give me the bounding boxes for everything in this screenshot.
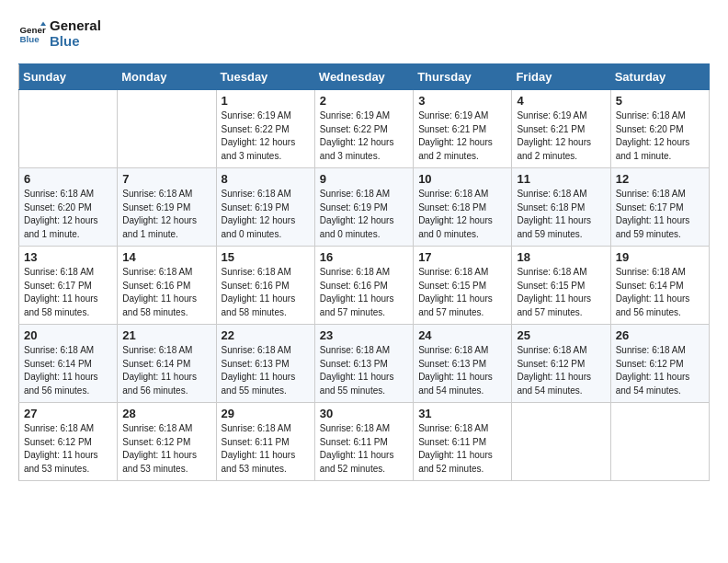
calendar-week-row: 6Sunrise: 6:18 AM Sunset: 6:20 PM Daylig… bbox=[19, 168, 710, 247]
day-number: 1 bbox=[222, 94, 310, 108]
day-details: Sunrise: 6:18 AM Sunset: 6:12 PM Dayligh… bbox=[517, 344, 605, 397]
day-number: 3 bbox=[418, 94, 506, 108]
day-number: 20 bbox=[24, 328, 112, 342]
day-details: Sunrise: 6:19 AM Sunset: 6:22 PM Dayligh… bbox=[222, 109, 310, 163]
calendar-cell: 8Sunrise: 6:18 AM Sunset: 6:19 PM Daylig… bbox=[216, 168, 314, 247]
weekday-header-saturday: Saturday bbox=[610, 64, 709, 90]
calendar-cell: 17Sunrise: 6:18 AM Sunset: 6:15 PM Dayli… bbox=[414, 247, 512, 325]
day-details: Sunrise: 6:18 AM Sunset: 6:18 PM Dayligh… bbox=[418, 188, 506, 241]
day-details: Sunrise: 6:19 AM Sunset: 6:21 PM Dayligh… bbox=[418, 109, 506, 163]
calendar-cell: 24Sunrise: 6:18 AM Sunset: 6:13 PM Dayli… bbox=[414, 325, 512, 403]
calendar-cell: 31Sunrise: 6:18 AM Sunset: 6:11 PM Dayli… bbox=[414, 403, 512, 481]
day-number: 13 bbox=[24, 250, 112, 264]
calendar-cell: 14Sunrise: 6:18 AM Sunset: 6:16 PM Dayli… bbox=[118, 247, 216, 325]
calendar-cell bbox=[610, 403, 709, 481]
calendar-cell: 28Sunrise: 6:18 AM Sunset: 6:12 PM Dayli… bbox=[118, 403, 216, 481]
calendar-cell: 3Sunrise: 6:19 AM Sunset: 6:21 PM Daylig… bbox=[414, 90, 512, 168]
day-number: 11 bbox=[517, 172, 605, 186]
day-details: Sunrise: 6:18 AM Sunset: 6:11 PM Dayligh… bbox=[320, 422, 408, 476]
day-details: Sunrise: 6:18 AM Sunset: 6:11 PM Dayligh… bbox=[222, 422, 310, 476]
day-details: Sunrise: 6:18 AM Sunset: 6:16 PM Dayligh… bbox=[122, 266, 210, 319]
day-number: 10 bbox=[418, 172, 506, 186]
calendar-cell bbox=[512, 403, 610, 481]
calendar-cell: 4Sunrise: 6:19 AM Sunset: 6:21 PM Daylig… bbox=[512, 90, 610, 168]
calendar-cell: 30Sunrise: 6:18 AM Sunset: 6:11 PM Dayli… bbox=[314, 403, 413, 481]
calendar-week-row: 27Sunrise: 6:18 AM Sunset: 6:12 PM Dayli… bbox=[19, 403, 710, 481]
day-number: 2 bbox=[320, 94, 408, 108]
calendar-cell bbox=[118, 90, 216, 168]
calendar-cell: 15Sunrise: 6:18 AM Sunset: 6:16 PM Dayli… bbox=[216, 247, 314, 325]
day-number: 5 bbox=[616, 94, 704, 108]
calendar-header-row: SundayMondayTuesdayWednesdayThursdayFrid… bbox=[19, 64, 710, 90]
day-number: 26 bbox=[616, 328, 704, 342]
calendar-cell: 6Sunrise: 6:18 AM Sunset: 6:20 PM Daylig… bbox=[19, 168, 118, 247]
calendar-cell: 7Sunrise: 6:18 AM Sunset: 6:19 PM Daylig… bbox=[118, 168, 216, 247]
calendar-cell: 27Sunrise: 6:18 AM Sunset: 6:12 PM Dayli… bbox=[19, 403, 118, 481]
day-details: Sunrise: 6:18 AM Sunset: 6:15 PM Dayligh… bbox=[418, 266, 506, 319]
day-details: Sunrise: 6:18 AM Sunset: 6:17 PM Dayligh… bbox=[616, 188, 704, 241]
svg-text:General: General bbox=[20, 24, 47, 34]
day-number: 8 bbox=[222, 172, 310, 186]
calendar-cell: 11Sunrise: 6:18 AM Sunset: 6:18 PM Dayli… bbox=[512, 168, 610, 247]
calendar-cell: 10Sunrise: 6:18 AM Sunset: 6:18 PM Dayli… bbox=[414, 168, 512, 247]
day-number: 30 bbox=[320, 407, 408, 420]
day-details: Sunrise: 6:18 AM Sunset: 6:12 PM Dayligh… bbox=[122, 422, 210, 476]
calendar-cell: 16Sunrise: 6:18 AM Sunset: 6:16 PM Dayli… bbox=[314, 247, 413, 325]
logo-text-line2: Blue bbox=[50, 34, 101, 50]
day-number: 21 bbox=[122, 328, 210, 342]
svg-marker-2 bbox=[40, 21, 46, 26]
day-details: Sunrise: 6:19 AM Sunset: 6:21 PM Dayligh… bbox=[517, 109, 605, 163]
calendar-cell: 20Sunrise: 6:18 AM Sunset: 6:14 PM Dayli… bbox=[19, 325, 118, 403]
day-details: Sunrise: 6:18 AM Sunset: 6:13 PM Dayligh… bbox=[222, 344, 310, 397]
calendar-table: SundayMondayTuesdayWednesdayThursdayFrid… bbox=[18, 63, 710, 481]
day-details: Sunrise: 6:18 AM Sunset: 6:14 PM Dayligh… bbox=[122, 344, 210, 397]
day-number: 18 bbox=[517, 250, 605, 264]
calendar-cell: 22Sunrise: 6:18 AM Sunset: 6:13 PM Dayli… bbox=[216, 325, 314, 403]
page-header: General Blue General Blue bbox=[18, 18, 710, 49]
day-number: 27 bbox=[24, 407, 112, 420]
day-details: Sunrise: 6:18 AM Sunset: 6:12 PM Dayligh… bbox=[24, 422, 112, 476]
svg-text:Blue: Blue bbox=[20, 34, 40, 44]
calendar-cell: 18Sunrise: 6:18 AM Sunset: 6:15 PM Dayli… bbox=[512, 247, 610, 325]
day-number: 15 bbox=[222, 250, 310, 264]
day-details: Sunrise: 6:18 AM Sunset: 6:16 PM Dayligh… bbox=[320, 266, 408, 319]
day-number: 31 bbox=[418, 407, 506, 420]
day-details: Sunrise: 6:18 AM Sunset: 6:13 PM Dayligh… bbox=[418, 344, 506, 397]
day-details: Sunrise: 6:18 AM Sunset: 6:14 PM Dayligh… bbox=[616, 266, 704, 319]
day-number: 24 bbox=[418, 328, 506, 342]
calendar-week-row: 13Sunrise: 6:18 AM Sunset: 6:17 PM Dayli… bbox=[19, 247, 710, 325]
day-number: 9 bbox=[320, 172, 408, 186]
calendar-cell: 13Sunrise: 6:18 AM Sunset: 6:17 PM Dayli… bbox=[19, 247, 118, 325]
day-details: Sunrise: 6:18 AM Sunset: 6:18 PM Dayligh… bbox=[517, 188, 605, 241]
calendar-cell bbox=[19, 90, 118, 168]
day-details: Sunrise: 6:18 AM Sunset: 6:13 PM Dayligh… bbox=[320, 344, 408, 397]
day-details: Sunrise: 6:18 AM Sunset: 6:20 PM Dayligh… bbox=[616, 109, 704, 163]
calendar-cell: 12Sunrise: 6:18 AM Sunset: 6:17 PM Dayli… bbox=[610, 168, 709, 247]
day-details: Sunrise: 6:18 AM Sunset: 6:20 PM Dayligh… bbox=[24, 188, 112, 241]
calendar-body: 1Sunrise: 6:19 AM Sunset: 6:22 PM Daylig… bbox=[19, 90, 710, 481]
weekday-header-thursday: Thursday bbox=[414, 64, 512, 90]
calendar-cell: 25Sunrise: 6:18 AM Sunset: 6:12 PM Dayli… bbox=[512, 325, 610, 403]
day-details: Sunrise: 6:19 AM Sunset: 6:22 PM Dayligh… bbox=[320, 109, 408, 163]
calendar-cell: 21Sunrise: 6:18 AM Sunset: 6:14 PM Dayli… bbox=[118, 325, 216, 403]
day-number: 16 bbox=[320, 250, 408, 264]
day-details: Sunrise: 6:18 AM Sunset: 6:14 PM Dayligh… bbox=[24, 344, 112, 397]
calendar-cell: 29Sunrise: 6:18 AM Sunset: 6:11 PM Dayli… bbox=[216, 403, 314, 481]
calendar-cell: 26Sunrise: 6:18 AM Sunset: 6:12 PM Dayli… bbox=[610, 325, 709, 403]
calendar-week-row: 20Sunrise: 6:18 AM Sunset: 6:14 PM Dayli… bbox=[19, 325, 710, 403]
day-details: Sunrise: 6:18 AM Sunset: 6:17 PM Dayligh… bbox=[24, 266, 112, 319]
logo-icon: General Blue bbox=[18, 20, 46, 48]
day-details: Sunrise: 6:18 AM Sunset: 6:11 PM Dayligh… bbox=[418, 422, 506, 476]
weekday-header-sunday: Sunday bbox=[19, 64, 118, 90]
calendar-cell: 2Sunrise: 6:19 AM Sunset: 6:22 PM Daylig… bbox=[314, 90, 413, 168]
day-number: 12 bbox=[616, 172, 704, 186]
day-details: Sunrise: 6:18 AM Sunset: 6:19 PM Dayligh… bbox=[122, 188, 210, 241]
day-number: 25 bbox=[517, 328, 605, 342]
weekday-header-tuesday: Tuesday bbox=[216, 64, 314, 90]
day-number: 14 bbox=[122, 250, 210, 264]
day-number: 19 bbox=[616, 250, 704, 264]
day-number: 29 bbox=[222, 407, 310, 420]
day-number: 7 bbox=[122, 172, 210, 186]
calendar-cell: 19Sunrise: 6:18 AM Sunset: 6:14 PM Dayli… bbox=[610, 247, 709, 325]
logo-text-line1: General bbox=[50, 18, 101, 34]
